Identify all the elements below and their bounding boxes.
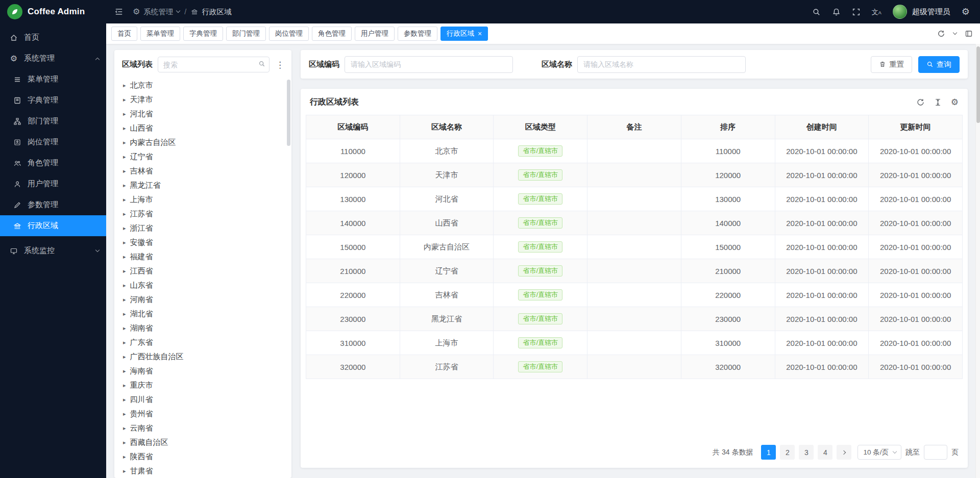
caret-right-icon[interactable]: ▸ [123,382,126,389]
tree-item[interactable]: ▸海南省 [114,364,291,378]
caret-right-icon[interactable]: ▸ [123,82,126,89]
search-icon[interactable] [258,60,265,67]
name-filter-input[interactable] [577,56,746,73]
tree-item[interactable]: ▸湖北省 [114,307,291,321]
tab-item[interactable]: 部门管理 [226,27,266,41]
sidebar-item-home[interactable]: 首页 [0,27,106,48]
tab-item[interactable]: 参数管理 [398,27,437,41]
tab-item[interactable]: 首页 [111,27,137,41]
translate-icon[interactable]: 文A [872,9,881,15]
query-button[interactable]: 查询 [918,56,960,73]
table-row[interactable]: 210000辽宁省省市/直辖市2100002020-10-01 00:00:00… [306,259,963,283]
tree-item[interactable]: ▸重庆市 [114,378,291,392]
tree-item[interactable]: ▸天津市 [114,92,291,107]
tree-item[interactable]: ▸四川省 [114,392,291,407]
caret-right-icon[interactable]: ▸ [123,311,126,317]
settings-gear-icon[interactable]: ⚙ [962,7,970,16]
tab-item[interactable]: 角色管理 [312,27,352,41]
bell-icon[interactable] [832,8,841,16]
sidebar-item-param-management[interactable]: 参数管理 [0,194,106,215]
page-button[interactable]: 2 [780,445,795,460]
window-scrollbar[interactable] [975,44,980,478]
table-row[interactable]: 220000吉林省省市/直辖市2200002020-10-01 00:00:00… [306,283,963,307]
sidebar-item-system-management[interactable]: ⚙ 系统管理 [0,48,106,69]
tree-item[interactable]: ▸西藏自治区 [114,435,291,449]
page-size-select[interactable]: 10 条/页 [857,445,901,460]
tree-item[interactable]: ▸云南省 [114,421,291,435]
tree-item[interactable]: ▸甘肃省 [114,464,291,478]
caret-right-icon[interactable]: ▸ [123,368,126,374]
window-scrollbar-thumb[interactable] [976,46,980,123]
caret-right-icon[interactable]: ▸ [123,111,126,117]
page-button[interactable]: 3 [799,445,814,460]
tree-search-input[interactable] [158,57,270,72]
caret-right-icon[interactable]: ▸ [123,182,126,189]
caret-right-icon[interactable]: ▸ [123,339,126,346]
caret-right-icon[interactable]: ▸ [123,168,126,174]
tree-item[interactable]: ▸广东省 [114,335,291,349]
sidebar-item-post-management[interactable]: 岗位管理 [0,132,106,153]
tree-item[interactable]: ▸广西壮族自治区 [114,349,291,364]
tree-item[interactable]: ▸陕西省 [114,449,291,464]
tab-active[interactable]: 行政区域× [440,27,488,41]
table-row[interactable]: 130000河北省省市/直辖市1300002020-10-01 00:00:00… [306,187,963,211]
refresh-icon[interactable] [937,30,945,38]
tree-item[interactable]: ▸贵州省 [114,407,291,421]
tree-item[interactable]: ▸河北省 [114,107,291,121]
search-icon[interactable] [812,8,821,16]
page-button[interactable]: 1 [761,445,776,460]
caret-right-icon[interactable]: ▸ [123,282,126,289]
caret-right-icon[interactable]: ▸ [123,354,126,360]
caret-right-icon[interactable]: ▸ [123,454,126,460]
tree-item[interactable]: ▸江西省 [114,264,291,278]
sidebar-item-role-management[interactable]: 角色管理 [0,153,106,173]
caret-right-icon[interactable]: ▸ [123,239,126,246]
sidebar-item-dept-management[interactable]: 部门管理 [0,111,106,132]
refresh-icon[interactable] [916,98,925,107]
more-options-icon[interactable]: ⋮ [275,60,285,70]
tab-item[interactable]: 用户管理 [355,27,395,41]
caret-right-icon[interactable]: ▸ [123,439,126,446]
caret-right-icon[interactable]: ▸ [123,225,126,232]
tree-item[interactable]: ▸吉林省 [114,164,291,178]
tree-item[interactable]: ▸安徽省 [114,235,291,249]
tree-item[interactable]: ▸浙江省 [114,221,291,235]
caret-right-icon[interactable]: ▸ [123,325,126,332]
avatar[interactable] [893,5,907,19]
caret-right-icon[interactable]: ▸ [123,211,126,217]
tab-item[interactable]: 字典管理 [183,27,223,41]
tree-item[interactable]: ▸河南省 [114,292,291,307]
gear-icon[interactable]: ⚙ [951,98,959,107]
tree-item[interactable]: ▸湖南省 [114,321,291,335]
sidebar-item-system-monitor[interactable]: 系统监控 [0,240,106,261]
caret-right-icon[interactable]: ▸ [123,196,126,203]
sidebar-item-menu-management[interactable]: 菜单管理 [0,69,106,90]
sidebar-item-user-management[interactable]: 用户管理 [0,173,106,194]
caret-right-icon[interactable]: ▸ [123,96,126,103]
page-button[interactable]: 4 [818,445,832,460]
logo[interactable]: Coffee Admin [0,0,106,23]
tab-item[interactable]: 菜单管理 [140,27,180,41]
caret-right-icon[interactable]: ▸ [123,254,126,260]
table-row[interactable]: 110000北京市省市/直辖市1100002020-10-01 00:00:00… [306,139,963,163]
tree-item[interactable]: ▸上海市 [114,192,291,207]
tab-item[interactable]: 岗位管理 [269,27,309,41]
table-row[interactable]: 230000黑龙江省省市/直辖市2300002020-10-01 00:00:0… [306,307,963,331]
caret-right-icon[interactable]: ▸ [123,411,126,417]
caret-right-icon[interactable]: ▸ [123,154,126,160]
code-filter-input[interactable] [345,56,513,73]
caret-right-icon[interactable]: ▸ [123,296,126,303]
user-name[interactable]: 超级管理员 [912,7,950,17]
caret-right-icon[interactable]: ▸ [123,125,126,132]
caret-right-icon[interactable]: ▸ [123,396,126,403]
tree-item[interactable]: ▸北京市 [114,78,291,92]
caret-right-icon[interactable]: ▸ [123,425,126,432]
column-height-icon[interactable] [934,98,942,107]
tab-close-icon[interactable]: × [478,30,482,37]
caret-right-icon[interactable]: ▸ [123,268,126,274]
tree-scrollbar[interactable] [287,80,290,146]
breadcrumb-section[interactable]: 系统管理 [143,7,173,17]
tree-item[interactable]: ▸黑龙江省 [114,178,291,192]
tree-item[interactable]: ▸内蒙古自治区 [114,135,291,149]
reset-button[interactable]: 重置 [871,56,912,73]
